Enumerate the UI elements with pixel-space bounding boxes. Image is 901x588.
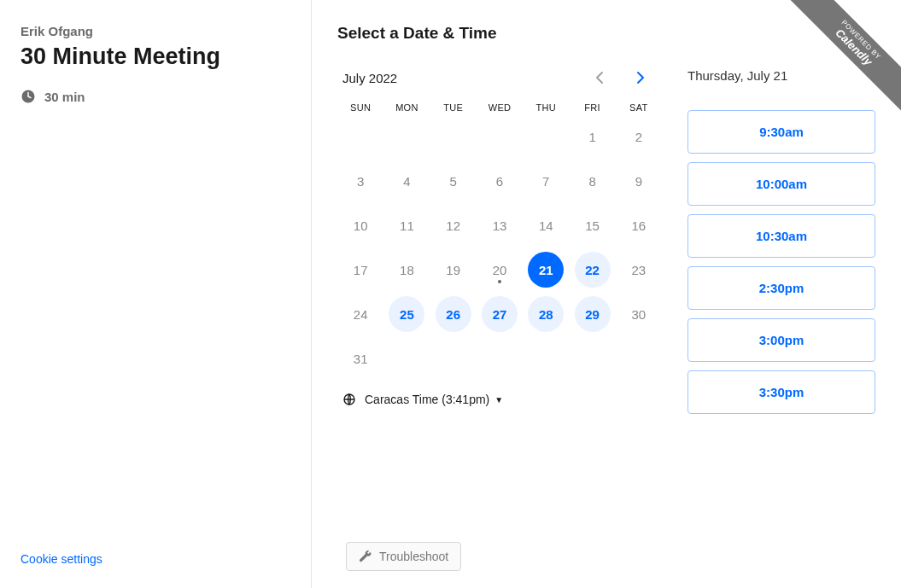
caret-down-icon: ▼	[494, 395, 503, 405]
calendar-day: 4	[389, 163, 424, 199]
calendar-day-available[interactable]: 26	[436, 296, 471, 332]
calendar-day: 30	[621, 296, 657, 332]
calendar-cell: 10	[337, 207, 383, 244]
calendar-cell	[477, 118, 523, 155]
time-slot-button[interactable]: 3:30pm	[687, 370, 875, 414]
calendar-cell: 26	[430, 295, 477, 333]
calendar-day: 3	[342, 163, 378, 199]
calendar-cell: 29	[569, 295, 615, 333]
timezone-label: Caracas Time (3:41pm)	[365, 393, 489, 406]
calendar-cell: 6	[477, 162, 523, 200]
calendar-cell: 5	[430, 162, 477, 200]
next-month-button[interactable]	[628, 65, 653, 90]
calendar-day: 6	[482, 163, 518, 199]
calendar-day: 5	[436, 163, 471, 199]
calendar-month-label: July 2022	[342, 71, 397, 85]
calendar-cell: 21	[523, 251, 569, 288]
calendar-cell: 19	[430, 251, 477, 288]
calendar-day: 20	[482, 252, 518, 288]
dow-label: WED	[477, 102, 523, 113]
calendar-day: 9	[621, 163, 657, 199]
calendar-day: 7	[528, 163, 564, 199]
calendar-cell: 24	[337, 295, 383, 333]
calendar-day: 17	[342, 252, 378, 288]
calendar-day: 16	[621, 207, 657, 243]
powered-by-text: POWERED BY	[792, 0, 901, 109]
calendar-cell: 18	[383, 251, 430, 288]
calendar-day-available[interactable]: 28	[528, 296, 564, 332]
calendar-day-available[interactable]: 29	[575, 296, 611, 332]
calendar-cell: 4	[383, 162, 430, 200]
calendar-cell: 12	[430, 207, 477, 244]
clock-icon	[20, 89, 36, 104]
calendar-day: 23	[621, 252, 657, 288]
calendar-day-available[interactable]: 25	[389, 296, 424, 332]
calendar-cell: 15	[569, 207, 615, 244]
calendar-day-available[interactable]: 27	[482, 296, 518, 332]
calendar-cell: 22	[569, 251, 615, 288]
calendar-cell: 3	[337, 162, 383, 200]
calendar-cell: 30	[616, 295, 662, 333]
calendar-cell	[383, 118, 430, 155]
chevron-left-icon	[595, 71, 604, 84]
calendar-day: 12	[436, 207, 471, 243]
powered-by-ribbon[interactable]: POWERED BY Calendly	[773, 0, 901, 128]
dow-label: SAT	[616, 102, 662, 113]
calendar-cell	[430, 118, 477, 155]
timezone-selector[interactable]: Caracas Time (3:41pm) ▼	[342, 393, 662, 406]
dow-label: SUN	[337, 102, 383, 113]
chevron-right-icon	[636, 71, 645, 84]
calendar-cell: 20	[477, 251, 523, 288]
calendar-day: 10	[342, 207, 378, 243]
calendar-day-selected[interactable]: 21	[528, 252, 564, 288]
sidebar: Erik Ofgang 30 Minute Meeting 30 min Coo…	[0, 0, 312, 588]
calendar-cell: 7	[523, 162, 569, 200]
calendar-day-headers: SUNMONTUEWEDTHUFRISAT	[337, 102, 662, 113]
calendar-day: 15	[575, 207, 611, 243]
wrench-icon	[359, 550, 372, 563]
troubleshoot-label: Troubleshoot	[379, 550, 448, 563]
calendar-cell: 8	[569, 162, 615, 200]
prev-month-button[interactable]	[587, 65, 612, 90]
dow-label: MON	[383, 102, 430, 113]
host-name: Erik Ofgang	[20, 24, 285, 38]
calendar-cell: 28	[523, 295, 569, 333]
calendar-cell: 25	[383, 295, 430, 333]
calendar-cell: 14	[523, 207, 569, 244]
time-slot-button[interactable]: 3:00pm	[687, 318, 875, 362]
calendar-cell: 13	[477, 207, 523, 244]
calendar-cell: 2	[616, 118, 662, 155]
calendar-cell: 31	[337, 340, 383, 377]
calendar-day: 2	[621, 119, 657, 154]
calendar-day: 1	[575, 119, 611, 154]
calendar-cell: 9	[616, 162, 662, 200]
duration-text: 30 min	[44, 90, 85, 104]
calendar-day: 19	[436, 252, 471, 288]
calendar-cell: 27	[477, 295, 523, 333]
event-duration: 30 min	[20, 89, 285, 104]
dow-label: TUE	[430, 102, 477, 113]
calendar-day: 13	[482, 207, 518, 243]
event-title: 30 Minute Meeting	[20, 44, 285, 70]
calendar-day: 31	[342, 341, 378, 376]
cookie-settings-link[interactable]: Cookie settings	[20, 552, 285, 571]
calendar-cell: 1	[569, 118, 615, 155]
calendar-cell: 16	[616, 207, 662, 244]
calendar-day: 11	[389, 207, 424, 243]
time-slot-button[interactable]: 10:30am	[687, 214, 875, 258]
calendar-cell: 11	[383, 207, 430, 244]
globe-icon	[342, 393, 356, 406]
calendar-day-available[interactable]: 22	[575, 252, 611, 288]
calendar-cell: 17	[337, 251, 383, 288]
calendar-day: 18	[389, 252, 424, 288]
calendar-day: 14	[528, 207, 564, 243]
dow-label: THU	[523, 102, 569, 113]
calendar-cell: 23	[616, 251, 662, 288]
time-slot-button[interactable]: 10:00am	[687, 162, 875, 206]
time-slot-button[interactable]: 2:30pm	[687, 266, 875, 310]
calendar-cell	[523, 118, 569, 155]
calendar-grid: 1234567891011121314151617181920212223242…	[337, 118, 662, 377]
troubleshoot-button[interactable]: Troubleshoot	[346, 542, 461, 571]
dow-label: FRI	[569, 102, 615, 113]
calendar-cell	[337, 118, 383, 155]
